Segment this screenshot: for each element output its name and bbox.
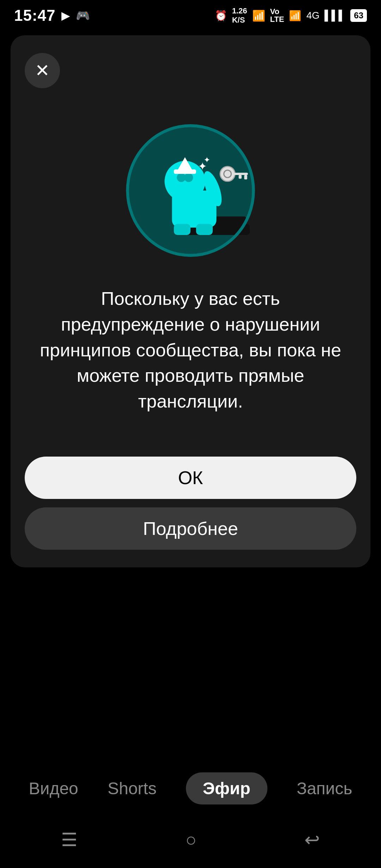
restriction-illustration: ✦ ✦: [116, 116, 265, 265]
tab-zapis[interactable]: Запись: [297, 779, 352, 798]
status-right: ⏰ 1.26K/S 📶 VoLTE 📶 4G ▌▌▌ 63: [215, 6, 367, 25]
tab-video-label: Видео: [29, 779, 78, 798]
status-time: 15:47: [14, 7, 56, 24]
tab-video[interactable]: Видео: [29, 779, 78, 798]
close-button[interactable]: ✕: [25, 53, 60, 88]
svg-point-6: [184, 173, 193, 182]
signal-icon: 📶: [289, 10, 301, 22]
game-icon: 🎮: [76, 9, 90, 22]
location-icon: ▶: [61, 9, 70, 22]
modal-card: ✕ ✦ ✦: [11, 35, 370, 567]
tab-shorts[interactable]: Shorts: [108, 779, 157, 798]
tab-efir-label: Эфир: [203, 779, 250, 798]
svg-rect-14: [233, 173, 248, 175]
signal-icon-2: 4G: [306, 10, 319, 21]
lte-indicator: VoLTE: [270, 8, 284, 23]
alarm-icon: ⏰: [215, 10, 227, 22]
battery-indicator: 63: [350, 9, 367, 22]
svg-point-12: [220, 167, 235, 181]
bottom-tabs: Видео Shorts Эфир Запись: [0, 765, 381, 812]
svg-rect-17: [174, 224, 190, 235]
tab-shorts-label: Shorts: [108, 779, 157, 798]
close-icon: ✕: [35, 62, 50, 79]
tab-efir[interactable]: Эфир: [186, 772, 267, 804]
svg-rect-8: [174, 169, 196, 174]
speed-indicator: 1.26K/S: [232, 6, 247, 25]
ok-button[interactable]: ОК: [25, 457, 356, 499]
svg-rect-15: [244, 175, 247, 180]
back-nav-icon[interactable]: ↩: [304, 829, 320, 850]
home-nav-icon[interactable]: ○: [186, 829, 196, 850]
svg-text:✦: ✦: [204, 155, 210, 164]
svg-rect-18: [196, 224, 213, 235]
more-button[interactable]: Подробнее: [25, 507, 356, 550]
menu-nav-icon[interactable]: ☰: [61, 829, 78, 850]
illustration-container: ✦ ✦: [116, 116, 265, 265]
status-bar: 15:47 ▶ 🎮 ⏰ 1.26K/S 📶 VoLTE 📶 4G ▌▌▌ 63: [0, 0, 381, 28]
bottom-nav: ☰ ○ ↩: [0, 822, 381, 857]
status-left: 15:47 ▶ 🎮: [14, 7, 90, 24]
message-text: Поскольку у вас есть предупреждение о на…: [25, 286, 356, 414]
svg-rect-16: [239, 175, 242, 179]
tab-zapis-label: Запись: [297, 779, 352, 798]
wifi-icon: 📶: [252, 10, 265, 22]
signal-bars: ▌▌▌: [325, 10, 346, 21]
